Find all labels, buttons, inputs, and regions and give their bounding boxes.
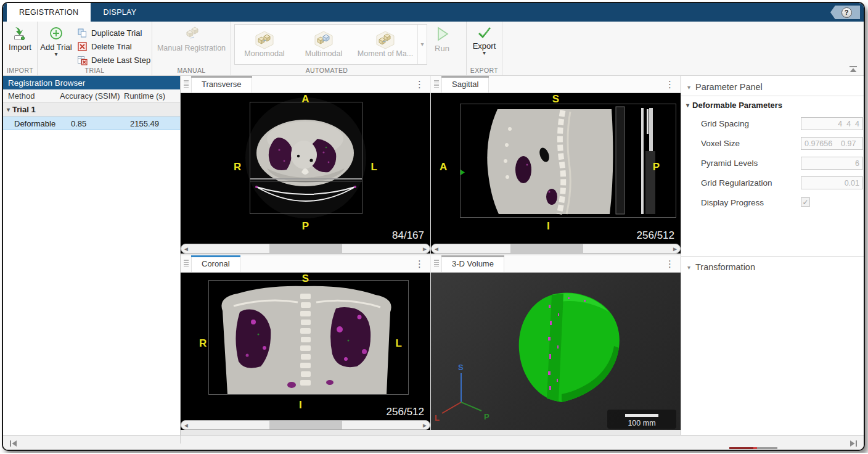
transverse-viewport: Transverse ⋮ xyxy=(181,76,430,254)
import-section-label: IMPORT xyxy=(3,67,37,74)
scroll-right-icon[interactable]: ► xyxy=(420,246,430,252)
display-progress-checkbox: ✓ xyxy=(801,197,810,207)
volume-tab[interactable]: 3-D Volume xyxy=(441,255,504,272)
tab-display[interactable]: DISPLAY xyxy=(91,3,149,22)
duplicate-trial-button[interactable]: Duplicate Trial xyxy=(75,26,153,39)
scroll-thumb[interactable] xyxy=(269,244,342,253)
parameter-panel-header[interactable]: ▾ Parameter Panel xyxy=(681,80,865,94)
divider xyxy=(681,256,865,257)
moment-of-mass-icon xyxy=(375,31,396,49)
scroll-track[interactable] xyxy=(191,244,420,253)
ribbon-section-manual: Manual Registration MANUAL xyxy=(152,22,231,75)
skip-to-end-icon xyxy=(849,440,858,447)
divider xyxy=(180,435,181,444)
orientation-label-anterior: A xyxy=(440,161,447,173)
scroll-right-icon[interactable]: ► xyxy=(670,246,680,252)
collapse-ribbon-button[interactable] xyxy=(849,64,858,72)
import-icon xyxy=(12,26,28,41)
panel-grip-icon[interactable] xyxy=(434,80,439,88)
orientation-label-superior: S xyxy=(552,93,559,105)
transverse-menu-icon[interactable]: ⋮ xyxy=(415,80,424,89)
scroll-right-icon[interactable]: ► xyxy=(420,422,430,429)
volume-header: 3-D Volume ⋮ xyxy=(431,255,681,273)
export-button[interactable]: Export ▾ xyxy=(467,25,502,57)
help-button[interactable]: ? xyxy=(830,6,860,19)
registration-browser-panel: Registration Browser Method Accuracy (SS… xyxy=(3,76,181,437)
add-trial-icon xyxy=(49,26,63,41)
grid-regularization-row: Grid Regularization xyxy=(681,175,865,194)
collapse-right-button[interactable] xyxy=(849,439,858,450)
sagittal-viewport: Sagittal ⋮ xyxy=(431,76,681,254)
divider xyxy=(681,96,865,96)
automated-section-label: AUTOMATED xyxy=(234,67,419,74)
help-icon: ? xyxy=(841,7,852,18)
coronal-tab[interactable]: Coronal xyxy=(191,255,240,272)
sagittal-image-area[interactable]: S A P I 256/512 xyxy=(431,93,681,244)
toolstrip-tabbar: REGISTRATION DISPLAY ? xyxy=(3,3,864,22)
trial-group-row[interactable]: ▾ Trial 1 xyxy=(3,103,180,117)
coronal-image-area[interactable]: S R L I 256/512 xyxy=(181,273,430,420)
ribbon-section-trial: Add Trial ▾ Duplicate Trial Delete xyxy=(38,22,152,75)
browser-column-headers: Method Accuracy (SSIM) Runtime (s) xyxy=(3,89,180,103)
scroll-left-icon[interactable]: ◄ xyxy=(432,246,441,252)
orientation-label-inferior: I xyxy=(547,220,550,233)
add-trial-caret-icon: ▾ xyxy=(54,52,57,57)
scroll-left-icon[interactable]: ◄ xyxy=(181,246,191,252)
volume-render-area[interactable]: S L P 100 mm xyxy=(431,273,681,430)
delete-last-step-button[interactable]: Delete Last Step xyxy=(75,53,153,67)
panel-grip-icon[interactable] xyxy=(184,260,189,268)
tab-registration[interactable]: REGISTRATION xyxy=(7,3,91,22)
trial-method-row[interactable]: Deformable 0.85 2155.49 xyxy=(3,117,180,130)
coronal-menu-icon[interactable]: ⋮ xyxy=(415,259,424,268)
main-area: Registration Browser Method Accuracy (SS… xyxy=(3,76,864,437)
transformation-header[interactable]: ▾ Transformation xyxy=(681,260,865,274)
export-section-label: EXPORT xyxy=(467,67,502,74)
scale-bar: 100 mm xyxy=(607,410,676,429)
scroll-left-icon[interactable]: ◄ xyxy=(181,422,191,429)
scroll-track[interactable] xyxy=(191,421,420,429)
ribbon-section-automated: Monomodal Multimodal xyxy=(231,22,467,75)
transverse-tab[interactable]: Transverse xyxy=(191,76,252,93)
sagittal-menu-icon[interactable]: ⋮ xyxy=(665,80,674,89)
export-icon xyxy=(477,26,493,39)
multimodal-button: Multimodal xyxy=(294,25,353,64)
orientation-label-posterior: P xyxy=(653,161,660,173)
ribbon-filler xyxy=(502,22,864,75)
parameter-panel: ▾ Parameter Panel ▾ Deformable Parameter… xyxy=(681,76,865,437)
sagittal-tab[interactable]: Sagittal xyxy=(441,76,489,93)
coronal-header: Coronal ⋮ xyxy=(181,255,430,273)
scroll-thumb[interactable] xyxy=(510,244,583,253)
monomodal-icon xyxy=(254,31,275,49)
collapse-icon: ▾ xyxy=(687,84,690,91)
transverse-image-area[interactable]: A R L P 84/167 xyxy=(181,93,430,244)
transverse-header: Transverse ⋮ xyxy=(181,76,430,93)
panel-grip-icon[interactable] xyxy=(184,80,189,88)
multimodal-icon xyxy=(313,31,334,49)
panel-grip-icon[interactable] xyxy=(434,260,439,268)
delete-trial-button[interactable]: Delete Trial xyxy=(75,39,153,53)
viewport-grid: Transverse ⋮ xyxy=(181,76,681,437)
import-button[interactable]: Import xyxy=(3,25,37,53)
moment-of-mass-button: Moment of Ma... xyxy=(353,25,417,64)
transverse-slice-scrollbar[interactable]: ◄ ► xyxy=(181,244,430,254)
scroll-thumb[interactable] xyxy=(269,421,342,429)
ribbon-toolbar: Import IMPORT Add Trial ▾ Duplic xyxy=(3,22,864,76)
voxel-size-input xyxy=(801,137,863,150)
sagittal-slice-scrollbar[interactable]: ◄ ► xyxy=(431,244,681,254)
monomodal-button: Monomodal xyxy=(235,25,294,64)
scroll-track[interactable] xyxy=(441,244,670,253)
axis-p-label: P xyxy=(484,412,489,421)
capture-artifact xyxy=(729,447,777,449)
delete-last-step-icon xyxy=(77,55,88,65)
collapse-left-button[interactable] xyxy=(9,439,18,450)
volume-menu-icon[interactable]: ⋮ xyxy=(665,259,674,268)
grid-spacing-row: Grid Spacing xyxy=(681,115,865,135)
axis-s-label: S xyxy=(458,363,464,372)
orientation-label-anterior: A xyxy=(301,93,309,105)
deformable-parameters-header[interactable]: ▾ Deformable Parameters xyxy=(686,101,782,110)
trial-collapse-icon[interactable]: ▾ xyxy=(7,106,10,113)
coronal-ct-image xyxy=(181,273,430,420)
orientation-label-superior: S xyxy=(302,273,309,285)
coronal-slice-scrollbar[interactable]: ◄ ► xyxy=(181,420,430,430)
duplicate-trial-icon xyxy=(77,28,88,38)
